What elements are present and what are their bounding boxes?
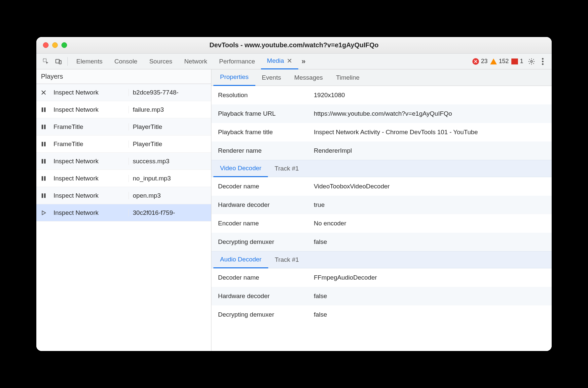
subtab-properties[interactable]: Properties xyxy=(213,69,255,86)
device-toolbar-icon[interactable] xyxy=(53,56,64,67)
player-row[interactable]: Inspect Networkopen.mp3 xyxy=(36,187,211,204)
player-row[interactable]: Inspect Networkno_input.mp3 xyxy=(36,170,211,187)
window-zoom-button[interactable] xyxy=(61,42,67,48)
tab-label: Sources xyxy=(149,58,172,65)
player-row[interactable]: Inspect Networksuccess.mp3 xyxy=(36,153,211,170)
close-tab-icon[interactable]: ✕ xyxy=(287,57,292,65)
svg-point-6 xyxy=(542,63,544,65)
player-title: no_input.mp3 xyxy=(129,175,211,182)
more-menu-icon[interactable] xyxy=(537,56,548,67)
error-icon: ✕ xyxy=(472,58,479,65)
section-tab[interactable]: Audio Decoder xyxy=(213,251,268,268)
property-key: Decoder name xyxy=(218,183,314,190)
player-title: b2dce935-7748- xyxy=(129,89,211,96)
main-toolbar: ElementsConsoleSourcesNetworkPerformance… xyxy=(36,54,552,69)
property-value: false xyxy=(314,292,545,300)
property-value: Inspect Network Activity - Chrome DevToo… xyxy=(314,129,545,136)
property-key: Decoder name xyxy=(218,274,314,281)
svg-rect-18 xyxy=(44,193,46,198)
player-row[interactable]: Inspect Networkfailure.mp3 xyxy=(36,101,211,118)
tab-label: Network xyxy=(184,58,207,65)
tabs-overflow-icon[interactable]: » xyxy=(298,57,309,66)
video-decoder-section-tabs: Video DecoderTrack #1 xyxy=(211,160,552,177)
svg-rect-15 xyxy=(42,176,43,181)
player-frame-title: Inspect Network xyxy=(51,175,129,182)
property-key: Playback frame URL xyxy=(218,110,314,117)
x-icon xyxy=(36,89,51,96)
warnings-count-label: 152 xyxy=(499,58,509,65)
subtab-timeline[interactable]: Timeline xyxy=(329,69,366,86)
tab-media[interactable]: Media✕ xyxy=(261,54,298,69)
play-icon xyxy=(36,210,51,216)
tab-network[interactable]: Network xyxy=(178,54,213,69)
tab-label: Performance xyxy=(219,58,255,65)
property-row: Encoder nameNo encoder xyxy=(211,214,552,233)
player-row[interactable]: Inspect Network30c2f016-f759- xyxy=(36,204,211,221)
svg-rect-12 xyxy=(44,142,46,146)
settings-icon[interactable] xyxy=(526,56,537,67)
property-key: Renderer name xyxy=(218,147,314,154)
property-value: VideoTooboxVideoDecoder xyxy=(314,183,545,190)
svg-rect-11 xyxy=(42,142,43,146)
issues-count-label: 1 xyxy=(520,58,523,65)
properties-content: Resolution1920x1080Playback frame URLhtt… xyxy=(211,86,552,351)
pause-icon xyxy=(36,107,51,113)
devtools-window: DevTools - www.youtube.com/watch?v=e1gAy… xyxy=(36,37,552,351)
tab-elements[interactable]: Elements xyxy=(70,54,108,69)
property-value: true xyxy=(314,201,545,209)
player-title: PlayerTitle xyxy=(129,123,211,131)
property-key: Hardware decoder xyxy=(218,201,314,209)
svg-rect-7 xyxy=(42,107,43,112)
warnings-count[interactable]: 152 xyxy=(490,58,509,65)
issues-count[interactable]: 1 xyxy=(511,58,523,65)
inspect-element-icon[interactable] xyxy=(40,56,52,67)
subtab-messages[interactable]: Messages xyxy=(288,69,330,86)
player-frame-title: FrameTitle xyxy=(51,140,129,148)
tab-label: Console xyxy=(114,58,137,65)
svg-point-5 xyxy=(542,60,544,62)
errors-count[interactable]: ✕ 23 xyxy=(472,58,488,65)
window-title: DevTools - www.youtube.com/watch?v=e1gAy… xyxy=(36,41,552,49)
svg-rect-8 xyxy=(44,107,46,112)
player-row[interactable]: Inspect Networkb2dce935-7748- xyxy=(36,84,211,101)
subtab-events[interactable]: Events xyxy=(255,69,288,86)
property-value: false xyxy=(314,238,545,246)
window-minimize-button[interactable] xyxy=(52,42,58,48)
property-value: 1920x1080 xyxy=(314,92,545,99)
pause-icon xyxy=(36,141,51,147)
player-row[interactable]: FrameTitlePlayerTitle xyxy=(36,118,211,136)
svg-point-4 xyxy=(542,58,544,59)
svg-rect-0 xyxy=(43,58,46,61)
tab-sources[interactable]: Sources xyxy=(143,54,178,69)
window-close-button[interactable] xyxy=(43,42,49,48)
pause-icon xyxy=(36,193,51,199)
property-row: Decoder nameVideoTooboxVideoDecoder xyxy=(211,177,552,196)
content-area: Players Inspect Networkb2dce935-7748-Ins… xyxy=(36,69,552,351)
details-subtabs: PropertiesEventsMessagesTimeline xyxy=(211,69,552,86)
pause-icon xyxy=(36,175,51,181)
player-frame-title: Inspect Network xyxy=(51,209,129,216)
tab-console[interactable]: Console xyxy=(108,54,143,69)
property-key: Decrypting demuxer xyxy=(218,311,314,318)
player-frame-title: Inspect Network xyxy=(51,106,129,113)
player-frame-title: Inspect Network xyxy=(51,192,129,199)
property-value: RendererImpl xyxy=(314,147,545,154)
svg-rect-16 xyxy=(44,176,46,181)
property-row: Decrypting demuxerfalse xyxy=(211,233,552,251)
player-frame-title: FrameTitle xyxy=(51,123,129,131)
section-tab[interactable]: Track #1 xyxy=(268,251,306,268)
section-tab[interactable]: Track #1 xyxy=(268,160,305,177)
status-group: ✕ 23 152 1 xyxy=(470,58,526,65)
section-tab[interactable]: Video Decoder xyxy=(213,160,268,177)
property-value: No encoder xyxy=(314,220,545,227)
tab-label: Media xyxy=(267,57,284,64)
pause-icon xyxy=(36,158,51,164)
player-row[interactable]: FrameTitlePlayerTitle xyxy=(36,136,211,153)
tab-label: Elements xyxy=(76,58,102,65)
property-row: Decoder nameFFmpegAudioDecoder xyxy=(211,268,552,287)
details-panel: PropertiesEventsMessagesTimeline Resolut… xyxy=(211,69,552,351)
property-row: Playback frame titleInspect Network Acti… xyxy=(211,123,552,141)
player-frame-title: Inspect Network xyxy=(51,89,129,96)
tab-performance[interactable]: Performance xyxy=(213,54,261,69)
svg-rect-9 xyxy=(42,125,43,129)
